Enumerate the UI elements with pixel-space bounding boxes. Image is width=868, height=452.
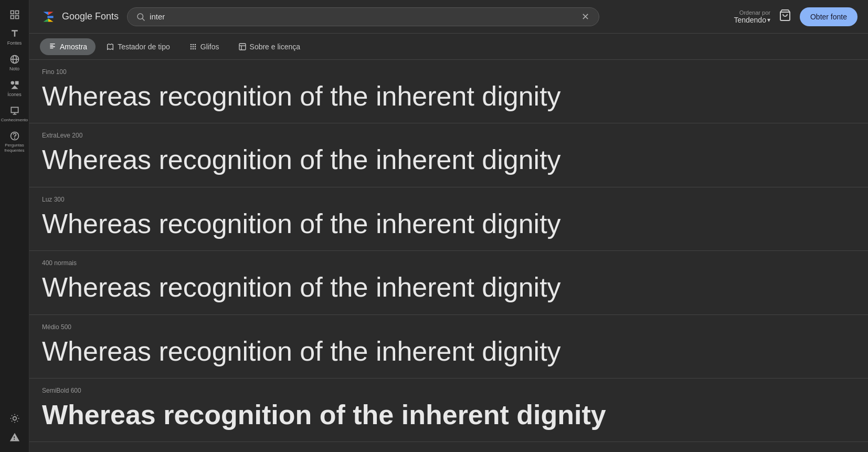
tab-amostra[interactable]: Amostra bbox=[40, 38, 96, 55]
sobre-icon bbox=[238, 43, 247, 51]
font-sample-semibold: Whereas recognition of the inherent dign… bbox=[42, 398, 855, 431]
svg-point-23 bbox=[137, 14, 143, 19]
svg-rect-8 bbox=[15, 81, 18, 85]
tab-testador[interactable]: Testador de tipo bbox=[98, 38, 178, 55]
logo-text: Google Fonts bbox=[62, 11, 119, 22]
logo-area: Google Fonts bbox=[40, 8, 119, 25]
font-section-light: Luz 300 Whereas recognition of the inher… bbox=[29, 187, 868, 251]
svg-point-27 bbox=[192, 44, 194, 45]
sidebar-item-label-noto: Noto bbox=[9, 66, 19, 71]
sidebar-item-label-icones: Ícones bbox=[7, 92, 22, 97]
svg-point-11 bbox=[14, 138, 15, 139]
sidebar-item-alert[interactable] bbox=[7, 428, 22, 447]
weight-label-thin: Fino 100 bbox=[42, 68, 855, 76]
search-input[interactable] bbox=[150, 12, 576, 21]
cart-icon[interactable] bbox=[779, 9, 791, 24]
svg-point-34 bbox=[194, 48, 196, 49]
svg-line-20 bbox=[17, 415, 17, 416]
search-clear-button[interactable]: ✕ bbox=[580, 12, 590, 22]
weight-label-normal: 400 normais bbox=[42, 259, 855, 267]
svg-rect-2 bbox=[10, 16, 14, 19]
sort-block: Ordenar por Tendendo ▾ bbox=[734, 9, 770, 24]
testador-icon bbox=[106, 43, 114, 51]
font-sample-light: Whereas recognition of the inherent dign… bbox=[42, 207, 855, 240]
sort-value-row[interactable]: Tendendo ▾ bbox=[734, 16, 770, 24]
glifos-icon bbox=[189, 43, 197, 51]
svg-line-18 bbox=[17, 421, 17, 422]
svg-line-17 bbox=[12, 415, 12, 416]
svg-rect-22 bbox=[47, 16, 53, 18]
search-bar[interactable]: ✕ bbox=[127, 7, 599, 26]
sidebar-item-conhecimento[interactable]: Conhecimento bbox=[0, 101, 29, 127]
sort-label: Ordenar por bbox=[739, 9, 770, 16]
main-content: Google Fonts ✕ Ordenar por Tendendo ▾ bbox=[29, 0, 868, 452]
svg-point-31 bbox=[194, 46, 196, 47]
sidebar-item-theme[interactable] bbox=[7, 409, 22, 428]
sidebar-item-fontes[interactable]: Fontes bbox=[0, 24, 29, 50]
tabs: Amostra Testador de tipo Glifos Sobre e … bbox=[29, 34, 868, 60]
sidebar-item-apps[interactable] bbox=[0, 5, 29, 24]
alert-icon bbox=[9, 432, 20, 443]
font-section-extralight: ExtraLeve 200 Whereas recognition of the… bbox=[29, 123, 868, 187]
weight-label-extralight: ExtraLeve 200 bbox=[42, 132, 855, 139]
sidebar-item-label-fontes: Fontes bbox=[7, 40, 22, 46]
sort-value: Tendendo bbox=[734, 16, 766, 24]
amostra-icon bbox=[48, 43, 57, 51]
svg-line-19 bbox=[12, 421, 12, 422]
font-section-semibold: SemiBold 600 Whereas recognition of the … bbox=[29, 379, 868, 442]
font-samples: Fino 100 Whereas recognition of the inhe… bbox=[29, 60, 868, 452]
sidebar-item-icones[interactable]: Ícones bbox=[0, 76, 29, 101]
svg-point-29 bbox=[190, 46, 192, 47]
tab-sobre-label: Sobre e licença bbox=[250, 43, 301, 51]
sidebar-item-label-perguntas: Perguntas frequentes bbox=[2, 143, 27, 153]
tab-glifos-label: Glifos bbox=[200, 43, 219, 51]
header: Google Fonts ✕ Ordenar por Tendendo ▾ bbox=[29, 0, 868, 34]
sidebar-item-label-conhecimento: Conhecimento bbox=[1, 118, 28, 122]
svg-rect-3 bbox=[15, 16, 18, 19]
svg-point-33 bbox=[192, 48, 194, 49]
font-sample-normal: Whereas recognition of the inherent dign… bbox=[42, 271, 855, 303]
header-right: Ordenar por Tendendo ▾ Obter fonte bbox=[734, 7, 858, 26]
svg-point-30 bbox=[192, 46, 194, 47]
svg-point-12 bbox=[13, 417, 16, 421]
font-sample-thin: Whereas recognition of the inherent dign… bbox=[42, 80, 855, 112]
tab-sobre[interactable]: Sobre e licença bbox=[230, 38, 309, 55]
weight-label-light: Luz 300 bbox=[42, 196, 855, 203]
sidebar-item-perguntas[interactable]: Perguntas frequentes bbox=[0, 127, 29, 157]
font-sample-extralight: Whereas recognition of the inherent dign… bbox=[42, 143, 855, 176]
font-section-thin: Fino 100 Whereas recognition of the inhe… bbox=[29, 60, 868, 123]
sidebar-item-noto[interactable]: Noto bbox=[0, 50, 29, 76]
font-sample-medium: Whereas recognition of the inherent dign… bbox=[42, 335, 855, 367]
font-section-medium: Médio 500 Whereas recognition of the inh… bbox=[29, 315, 868, 379]
google-logo-icon bbox=[40, 8, 57, 25]
svg-rect-1 bbox=[15, 11, 18, 14]
tab-amostra-label: Amostra bbox=[60, 43, 87, 51]
font-section-normal: 400 normais Whereas recognition of the i… bbox=[29, 251, 868, 314]
sun-icon bbox=[9, 413, 20, 424]
weight-label-medium: Médio 500 bbox=[42, 323, 855, 331]
search-icon bbox=[136, 12, 145, 22]
svg-marker-9 bbox=[11, 86, 18, 89]
tab-testador-label: Testador de tipo bbox=[118, 43, 170, 51]
shapes-icon bbox=[9, 80, 20, 90]
sidebar: Fontes Noto Ícones Conhecimento Pergunta… bbox=[0, 0, 29, 452]
svg-point-26 bbox=[190, 44, 192, 45]
chevron-down-icon: ▾ bbox=[767, 16, 770, 24]
svg-rect-0 bbox=[10, 11, 14, 14]
tab-glifos[interactable]: Glifos bbox=[181, 38, 228, 55]
globe-icon bbox=[9, 54, 20, 65]
text-icon bbox=[9, 28, 20, 39]
get-font-button[interactable]: Obter fonte bbox=[800, 7, 858, 26]
svg-line-24 bbox=[142, 18, 144, 20]
weight-label-semibold: SemiBold 600 bbox=[42, 387, 855, 394]
svg-point-32 bbox=[190, 48, 192, 49]
svg-point-7 bbox=[10, 81, 14, 85]
knowledge-icon bbox=[9, 106, 20, 116]
grid-icon bbox=[9, 9, 20, 20]
svg-point-28 bbox=[194, 44, 196, 45]
question-icon bbox=[9, 131, 20, 141]
svg-rect-35 bbox=[239, 44, 246, 50]
